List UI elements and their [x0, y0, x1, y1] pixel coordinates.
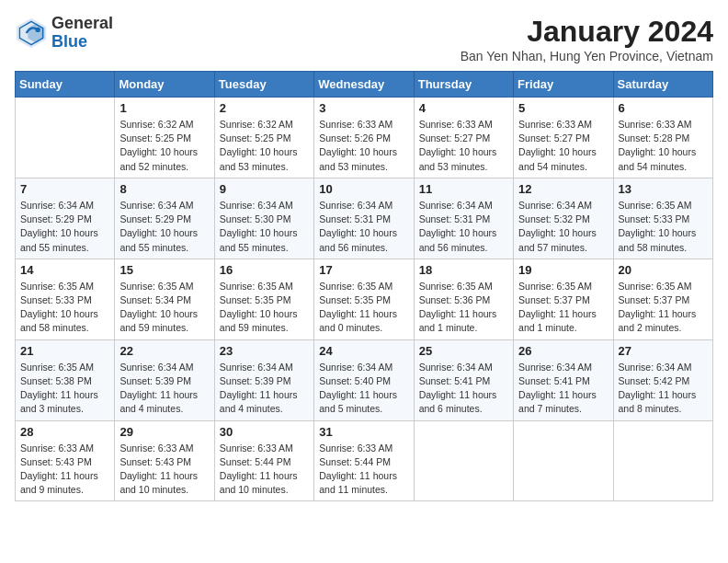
- calendar-cell: 21Sunrise: 6:35 AMSunset: 5:38 PMDayligh…: [16, 339, 115, 420]
- calendar-cell: 6Sunrise: 6:33 AMSunset: 5:28 PMDaylight…: [613, 98, 712, 178]
- calendar-cell: [16, 98, 115, 178]
- day-number: 20: [619, 263, 708, 277]
- day-info: Sunrise: 6:33 AMSunset: 5:27 PMDaylight:…: [419, 118, 508, 174]
- day-number: 3: [319, 101, 408, 115]
- calendar-cell: 24Sunrise: 6:34 AMSunset: 5:40 PMDayligh…: [314, 339, 414, 420]
- calendar-table: SundayMondayTuesdayWednesdayThursdayFrid…: [15, 71, 713, 501]
- weekday-header: Monday: [115, 72, 214, 98]
- day-number: 7: [20, 182, 109, 196]
- calendar-cell: 7Sunrise: 6:34 AMSunset: 5:29 PMDaylight…: [16, 178, 115, 259]
- day-info: Sunrise: 6:35 AMSunset: 5:36 PMDaylight:…: [419, 280, 508, 336]
- calendar-cell: 28Sunrise: 6:33 AMSunset: 5:43 PMDayligh…: [16, 420, 115, 501]
- logo-text: General Blue: [51, 15, 113, 52]
- day-info: Sunrise: 6:35 AMSunset: 5:33 PMDaylight:…: [619, 199, 708, 255]
- day-number: 15: [119, 263, 209, 277]
- calendar-cell: 17Sunrise: 6:35 AMSunset: 5:35 PMDayligh…: [314, 259, 414, 339]
- day-number: 28: [20, 425, 109, 439]
- calendar-cell: 19Sunrise: 6:35 AMSunset: 5:37 PMDayligh…: [514, 259, 613, 339]
- calendar-week-row: 28Sunrise: 6:33 AMSunset: 5:43 PMDayligh…: [16, 420, 713, 501]
- day-info: Sunrise: 6:33 AMSunset: 5:44 PMDaylight:…: [319, 442, 408, 498]
- calendar-cell: 26Sunrise: 6:34 AMSunset: 5:41 PMDayligh…: [514, 339, 613, 420]
- day-info: Sunrise: 6:35 AMSunset: 5:35 PMDaylight:…: [319, 280, 408, 336]
- weekday-header: Saturday: [613, 72, 712, 98]
- day-number: 2: [220, 101, 309, 115]
- calendar-week-row: 14Sunrise: 6:35 AMSunset: 5:33 PMDayligh…: [16, 259, 713, 339]
- calendar-cell: 4Sunrise: 6:33 AMSunset: 5:27 PMDaylight…: [414, 98, 513, 178]
- day-info: Sunrise: 6:34 AMSunset: 5:29 PMDaylight:…: [119, 199, 209, 255]
- calendar-header-row: SundayMondayTuesdayWednesdayThursdayFrid…: [16, 72, 713, 98]
- calendar-week-row: 1Sunrise: 6:32 AMSunset: 5:25 PMDaylight…: [16, 98, 713, 178]
- day-info: Sunrise: 6:33 AMSunset: 5:44 PMDaylight:…: [220, 442, 309, 498]
- day-number: 21: [20, 344, 109, 358]
- day-info: Sunrise: 6:34 AMSunset: 5:31 PMDaylight:…: [319, 199, 408, 255]
- calendar-cell: [514, 420, 613, 501]
- title-section: January 2024 Ban Yen Nhan, Hung Yen Prov…: [461, 15, 713, 63]
- day-number: 10: [319, 182, 408, 196]
- calendar-week-row: 21Sunrise: 6:35 AMSunset: 5:38 PMDayligh…: [16, 339, 713, 420]
- day-info: Sunrise: 6:34 AMSunset: 5:32 PMDaylight:…: [518, 199, 608, 255]
- calendar-week-row: 7Sunrise: 6:34 AMSunset: 5:29 PMDaylight…: [16, 178, 713, 259]
- weekday-header: Sunday: [16, 72, 115, 98]
- calendar-cell: 9Sunrise: 6:34 AMSunset: 5:30 PMDaylight…: [214, 178, 313, 259]
- weekday-header: Thursday: [414, 72, 513, 98]
- day-number: 6: [619, 101, 708, 115]
- calendar-cell: 30Sunrise: 6:33 AMSunset: 5:44 PMDayligh…: [214, 420, 313, 501]
- day-number: 25: [419, 344, 508, 358]
- calendar-cell: 15Sunrise: 6:35 AMSunset: 5:34 PMDayligh…: [115, 259, 214, 339]
- day-info: Sunrise: 6:34 AMSunset: 5:41 PMDaylight:…: [419, 361, 508, 417]
- day-info: Sunrise: 6:34 AMSunset: 5:39 PMDaylight:…: [119, 361, 209, 417]
- calendar-cell: 14Sunrise: 6:35 AMSunset: 5:33 PMDayligh…: [16, 259, 115, 339]
- calendar-cell: 22Sunrise: 6:34 AMSunset: 5:39 PMDayligh…: [115, 339, 214, 420]
- day-number: 5: [518, 101, 608, 115]
- calendar-cell: 31Sunrise: 6:33 AMSunset: 5:44 PMDayligh…: [314, 420, 414, 501]
- weekday-header: Wednesday: [314, 72, 414, 98]
- calendar-cell: 13Sunrise: 6:35 AMSunset: 5:33 PMDayligh…: [613, 178, 712, 259]
- calendar-cell: 23Sunrise: 6:34 AMSunset: 5:39 PMDayligh…: [214, 339, 313, 420]
- day-number: 26: [518, 344, 608, 358]
- calendar-cell: 12Sunrise: 6:34 AMSunset: 5:32 PMDayligh…: [514, 178, 613, 259]
- day-number: 14: [20, 263, 109, 277]
- day-number: 22: [119, 344, 209, 358]
- day-info: Sunrise: 6:34 AMSunset: 5:30 PMDaylight:…: [220, 199, 309, 255]
- day-number: 18: [419, 263, 508, 277]
- day-number: 23: [220, 344, 309, 358]
- day-info: Sunrise: 6:35 AMSunset: 5:37 PMDaylight:…: [619, 280, 708, 336]
- logo: General Blue: [15, 15, 113, 52]
- day-number: 27: [619, 344, 708, 358]
- day-info: Sunrise: 6:33 AMSunset: 5:27 PMDaylight:…: [518, 118, 608, 174]
- calendar-cell: 1Sunrise: 6:32 AMSunset: 5:25 PMDaylight…: [115, 98, 214, 178]
- day-info: Sunrise: 6:34 AMSunset: 5:31 PMDaylight:…: [419, 199, 508, 255]
- day-info: Sunrise: 6:34 AMSunset: 5:42 PMDaylight:…: [619, 361, 708, 417]
- page-header: General Blue January 2024 Ban Yen Nhan, …: [15, 15, 713, 63]
- calendar-cell: 16Sunrise: 6:35 AMSunset: 5:35 PMDayligh…: [214, 259, 313, 339]
- calendar-cell: 25Sunrise: 6:34 AMSunset: 5:41 PMDayligh…: [414, 339, 513, 420]
- day-number: 17: [319, 263, 408, 277]
- day-info: Sunrise: 6:33 AMSunset: 5:43 PMDaylight:…: [20, 442, 109, 498]
- day-number: 8: [119, 182, 209, 196]
- day-info: Sunrise: 6:35 AMSunset: 5:38 PMDaylight:…: [20, 361, 109, 417]
- day-number: 4: [419, 101, 508, 115]
- day-info: Sunrise: 6:33 AMSunset: 5:28 PMDaylight:…: [619, 118, 708, 174]
- location-subtitle: Ban Yen Nhan, Hung Yen Province, Vietnam: [461, 49, 713, 63]
- day-number: 12: [518, 182, 608, 196]
- day-number: 30: [220, 425, 309, 439]
- day-number: 31: [319, 425, 408, 439]
- svg-point-3: [36, 27, 40, 31]
- calendar-cell: 3Sunrise: 6:33 AMSunset: 5:26 PMDaylight…: [314, 98, 414, 178]
- day-number: 9: [220, 182, 309, 196]
- weekday-header: Friday: [514, 72, 613, 98]
- calendar-cell: [613, 420, 712, 501]
- day-info: Sunrise: 6:35 AMSunset: 5:33 PMDaylight:…: [20, 280, 109, 336]
- day-number: 24: [319, 344, 408, 358]
- day-info: Sunrise: 6:35 AMSunset: 5:37 PMDaylight:…: [518, 280, 608, 336]
- day-number: 29: [119, 425, 209, 439]
- day-number: 13: [619, 182, 708, 196]
- day-info: Sunrise: 6:35 AMSunset: 5:34 PMDaylight:…: [119, 280, 209, 336]
- day-info: Sunrise: 6:33 AMSunset: 5:43 PMDaylight:…: [119, 442, 209, 498]
- day-number: 16: [220, 263, 309, 277]
- day-info: Sunrise: 6:34 AMSunset: 5:39 PMDaylight:…: [220, 361, 309, 417]
- calendar-cell: 11Sunrise: 6:34 AMSunset: 5:31 PMDayligh…: [414, 178, 513, 259]
- day-info: Sunrise: 6:33 AMSunset: 5:26 PMDaylight:…: [319, 118, 408, 174]
- day-info: Sunrise: 6:34 AMSunset: 5:40 PMDaylight:…: [319, 361, 408, 417]
- day-info: Sunrise: 6:34 AMSunset: 5:41 PMDaylight:…: [518, 361, 608, 417]
